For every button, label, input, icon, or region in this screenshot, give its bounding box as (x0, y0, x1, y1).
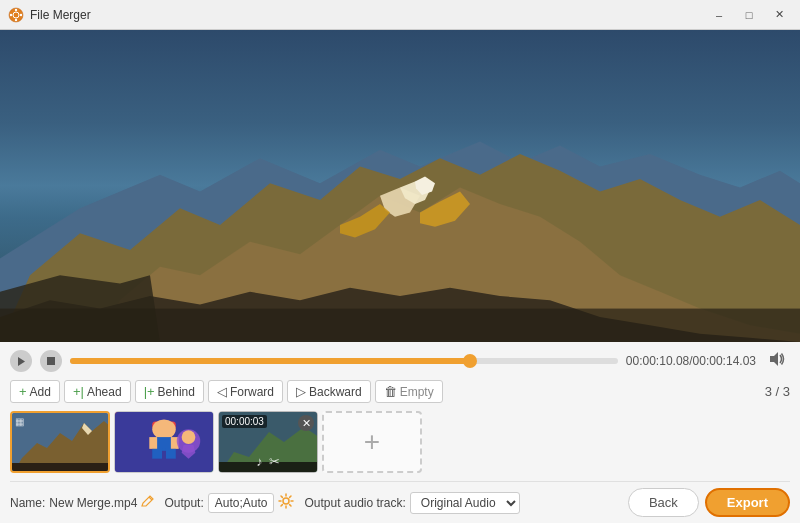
behind-button[interactable]: |+ Behind (135, 380, 204, 403)
play-button[interactable] (10, 350, 32, 372)
file-name: New Merge.mp4 (49, 496, 137, 510)
progress-track[interactable] (70, 358, 618, 364)
volume-button[interactable] (764, 351, 790, 371)
svg-point-26 (152, 419, 176, 439)
maximize-button[interactable]: □ (736, 5, 762, 25)
app-title: File Merger (30, 8, 91, 22)
svg-rect-28 (149, 437, 157, 449)
clip-item-3[interactable]: 00:00:03 ✕ ♪ ✂ (218, 411, 318, 473)
action-buttons: Back Export (628, 488, 790, 517)
bottom-bar: Name: New Merge.mp4 Output: Auto;Auto (10, 481, 790, 517)
output-section: Output: Auto;Auto (164, 493, 294, 513)
backward-button[interactable]: ▷ Backward (287, 380, 371, 403)
clip-1-video-icon: ▦ (15, 416, 24, 427)
add-button[interactable]: + Add (10, 380, 60, 403)
forward-icon: ◁ (217, 384, 227, 399)
clip-2-preview (115, 411, 213, 473)
video-preview (0, 30, 800, 342)
time-display: 00:00:10.08/00:00:14.03 (626, 354, 756, 368)
svg-point-33 (182, 430, 196, 444)
volume-icon (768, 351, 786, 367)
clip-item-1[interactable]: ▦ (10, 411, 110, 473)
svg-point-5 (20, 13, 22, 15)
output-value: Auto;Auto (208, 493, 275, 513)
name-label: Name: (10, 496, 45, 510)
svg-marker-19 (770, 352, 778, 366)
add-icon: + (19, 384, 27, 399)
backward-icon: ▷ (296, 384, 306, 399)
clip-count: 3 / 3 (765, 384, 790, 399)
clip-3-controls: ♪ ✂ (219, 454, 317, 469)
mountain-illustration (0, 108, 800, 342)
edit-name-button[interactable] (141, 495, 154, 511)
output-settings-button[interactable] (278, 493, 294, 512)
trash-icon: 🗑 (384, 384, 397, 399)
ahead-button[interactable]: +| Ahead (64, 380, 131, 403)
svg-rect-23 (12, 463, 110, 473)
title-bar: File Merger – □ ✕ (0, 0, 800, 30)
app-container: 00:00:10.08/00:00:14.03 + Add +| Ahead (0, 30, 800, 523)
minimize-button[interactable]: – (706, 5, 732, 25)
mountain-scene (0, 30, 800, 342)
stop-button[interactable] (40, 350, 62, 372)
audio-section: Output audio track: Original Audio No Au… (304, 492, 519, 514)
back-button[interactable]: Back (628, 488, 699, 517)
title-bar-left: File Merger (8, 7, 91, 23)
clip-1-preview (12, 413, 110, 473)
play-icon (16, 356, 26, 367)
svg-rect-30 (152, 449, 162, 459)
clip-item-2[interactable] (114, 411, 214, 473)
svg-point-3 (15, 18, 17, 20)
controls-panel: 00:00:10.08/00:00:14.03 + Add +| Ahead (0, 342, 800, 523)
progress-thumb[interactable] (463, 354, 477, 368)
export-button[interactable]: Export (705, 488, 790, 517)
toolbar-row: + Add +| Ahead |+ Behind ◁ Forward ▷ Bac… (10, 380, 790, 403)
ahead-plus-icon: +| (73, 384, 84, 399)
svg-rect-16 (0, 309, 800, 342)
empty-button[interactable]: 🗑 Empty (375, 380, 443, 403)
progress-fill (70, 358, 470, 364)
svg-marker-17 (18, 357, 25, 366)
clip-cut-icon: ✂ (269, 454, 280, 469)
svg-rect-31 (166, 449, 176, 459)
behind-plus-icon: |+ (144, 384, 155, 399)
close-button[interactable]: ✕ (766, 5, 792, 25)
playback-row: 00:00:10.08/00:00:14.03 (10, 350, 790, 372)
add-clip-icon: + (364, 426, 380, 458)
clip-thumbnail-1: ▦ (12, 413, 108, 471)
pencil-icon (141, 495, 154, 508)
svg-rect-18 (47, 357, 55, 365)
clip-strip: ▦ (10, 411, 790, 473)
window-controls: – □ ✕ (706, 5, 792, 25)
clip-3-duration: 00:00:03 (222, 415, 267, 428)
clip-thumbnail-3: 00:00:03 ✕ ♪ ✂ (219, 412, 317, 472)
output-label: Output: (164, 496, 203, 510)
file-name-section: Name: New Merge.mp4 (10, 495, 154, 511)
svg-point-39 (283, 498, 289, 504)
svg-point-2 (15, 8, 17, 10)
current-time: 00:00:10.08 (626, 354, 689, 368)
clip-thumbnail-2 (115, 412, 213, 472)
svg-point-4 (10, 13, 12, 15)
clip-audio-icon: ♪ (256, 454, 263, 469)
app-icon (8, 7, 24, 23)
gear-icon (278, 493, 294, 509)
stop-icon (46, 356, 56, 366)
forward-button[interactable]: ◁ Forward (208, 380, 283, 403)
add-clip-button[interactable]: + (322, 411, 422, 473)
audio-track-select[interactable]: Original Audio No Audio Custom (410, 492, 520, 514)
audio-label: Output audio track: (304, 496, 405, 510)
total-time: 00:00:14.03 (693, 354, 756, 368)
clip-3-remove[interactable]: ✕ (298, 415, 314, 431)
